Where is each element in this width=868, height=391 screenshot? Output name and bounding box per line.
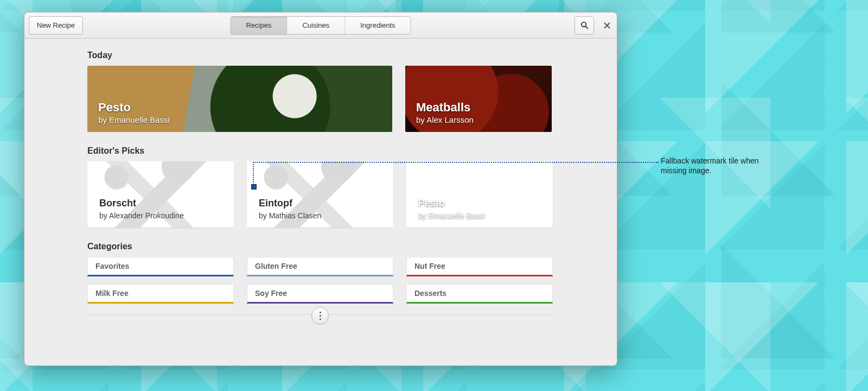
annotation-marker	[251, 184, 257, 190]
today-row: Pesto by Emanuelle Bassi Meatballs by Al…	[87, 66, 604, 132]
pick-card-borscht[interactable]: Borscht by Alexander Prokoudine	[87, 161, 234, 228]
tab-recipes[interactable]: Recipes	[231, 17, 287, 34]
show-more-button[interactable]	[311, 307, 329, 324]
editors-picks-row: Borscht by Alexander Prokoudine Eintopf …	[87, 161, 604, 228]
section-title-today: Today	[87, 51, 604, 60]
header-bar: New Recipe Recipes Cuisines Ingredients	[24, 12, 617, 39]
pick-card-pesto[interactable]: Pesto by Emanuelle Bassi	[406, 161, 553, 228]
category-nut-free[interactable]: Nut Free	[406, 257, 553, 276]
category-gluten-free[interactable]: Gluten Free	[247, 257, 393, 276]
svg-line-1	[585, 27, 588, 29]
annotation-connector	[253, 162, 254, 185]
search-icon	[580, 21, 589, 29]
card-title: Eintopf	[259, 198, 381, 209]
tab-ingredients[interactable]: Ingredients	[345, 17, 410, 34]
tab-cuisines[interactable]: Cuisines	[287, 17, 345, 34]
pick-card-eintopf[interactable]: Eintopf by Mathias Clasen	[247, 161, 393, 228]
category-soy-free[interactable]: Soy Free	[247, 284, 393, 304]
card-author: by Alex Larsson	[416, 115, 541, 124]
card-title: Pesto	[98, 101, 381, 114]
annotation-text: Fallback watermark tile when missing ima…	[661, 156, 780, 175]
tab-label: Ingredients	[360, 21, 395, 29]
card-author: by Mathias Clasen	[259, 211, 381, 220]
footer-divider	[87, 314, 553, 337]
close-button[interactable]	[602, 20, 612, 31]
tab-label: Recipes	[246, 21, 271, 29]
recipes-window: New Recipe Recipes Cuisines Ingredients	[24, 12, 617, 366]
category-desserts[interactable]: Desserts	[406, 284, 553, 304]
category-milk-free[interactable]: Milk Free	[87, 284, 234, 304]
category-favorites[interactable]: Favorites	[87, 257, 234, 276]
categories-row-1: Favorites Gluten Free Nut Free	[87, 257, 604, 276]
card-author: by Emanuelle Bassi	[98, 115, 381, 124]
section-title-categories: Categories	[87, 242, 604, 251]
close-icon	[604, 22, 610, 29]
tab-label: Cuisines	[302, 21, 329, 29]
card-title: Borscht	[99, 198, 222, 209]
search-button[interactable]	[575, 16, 594, 35]
card-author: by Alexander Prokoudine	[99, 211, 222, 220]
section-title-editors-picks: Editor's Picks	[87, 146, 604, 156]
annotation-connector	[253, 162, 659, 163]
card-author: by Emanuelle Bassi	[418, 211, 541, 220]
view-switcher: Recipes Cuisines Ingredients	[230, 16, 411, 35]
today-card-meatballs[interactable]: Meatballs by Alex Larsson	[405, 66, 552, 132]
main-content: Today Pesto by Emanuelle Bassi Meatballs…	[24, 39, 617, 365]
more-vertical-icon	[320, 312, 321, 320]
card-title: Meatballs	[416, 101, 541, 114]
new-recipe-label: New Recipe	[37, 21, 75, 29]
today-card-pesto[interactable]: Pesto by Emanuelle Bassi	[87, 66, 392, 132]
card-title: Pesto	[418, 198, 541, 209]
categories-row-2: Milk Free Soy Free Desserts	[87, 284, 604, 304]
new-recipe-button[interactable]: New Recipe	[29, 16, 83, 35]
